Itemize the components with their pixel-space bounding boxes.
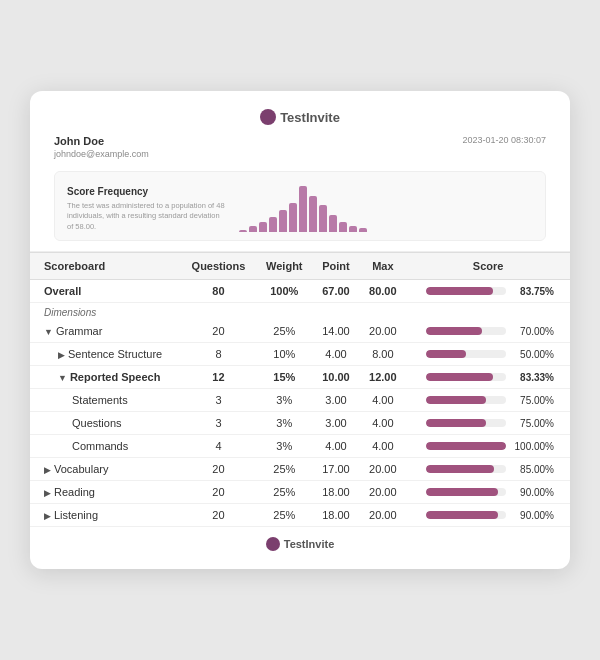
table-row: Overall80100%67.0080.0083.75% (30, 280, 570, 303)
row-point: 17.00 (313, 458, 360, 481)
row-label: Questions (30, 412, 181, 435)
row-questions: 3 (181, 389, 256, 412)
footer-logo-text: TestInvite (284, 538, 335, 550)
row-weight: 100% (256, 280, 312, 303)
expand-right-icon[interactable]: ▶ (44, 511, 51, 521)
chart-bar (329, 182, 337, 232)
chart-bar (249, 182, 257, 232)
table-row: ▶Listening2025%18.0020.0090.00% (30, 504, 570, 527)
row-max: 20.00 (359, 458, 406, 481)
row-score: 90.00% (406, 504, 570, 527)
row-point: 18.00 (313, 481, 360, 504)
score-freq-title: Score Frequency (67, 186, 227, 197)
user-info-row: John Doe johndoe@example.com 2023-01-20 … (54, 135, 546, 159)
row-point: 3.00 (313, 412, 360, 435)
chart-bar (259, 182, 267, 232)
row-score: 50.00% (406, 343, 570, 366)
score-pct-label: 100.00% (512, 441, 554, 452)
card-footer: TestInvite (30, 537, 570, 551)
card-header: TestInvite John Doe johndoe@example.com … (30, 91, 570, 252)
score-frequency-box: Score Frequency The test was administere… (54, 171, 546, 241)
row-label: ▼Reported Speech (30, 366, 181, 389)
row-point: 67.00 (313, 280, 360, 303)
row-label: ▶Vocabulary (30, 458, 181, 481)
col-weight: Weight (256, 253, 312, 280)
row-score: 100.00% (406, 435, 570, 458)
row-max: 20.00 (359, 481, 406, 504)
table-header-row: Scoreboard Questions Weight Point Max Sc… (30, 253, 570, 280)
row-max: 4.00 (359, 389, 406, 412)
table-row: ▶Reading2025%18.0020.0090.00% (30, 481, 570, 504)
row-questions: 20 (181, 458, 256, 481)
table-row: Questions33%3.004.0075.00% (30, 412, 570, 435)
footer-logo-icon (266, 537, 280, 551)
score-freq-left: Score Frequency The test was administere… (67, 186, 227, 233)
row-point: 14.00 (313, 320, 360, 343)
row-max: 20.00 (359, 320, 406, 343)
chart-bar (359, 182, 367, 232)
chart-bar (239, 182, 247, 232)
row-point: 3.00 (313, 389, 360, 412)
row-score: 83.33% (406, 366, 570, 389)
user-details: John Doe johndoe@example.com (54, 135, 149, 159)
row-point: 4.00 (313, 435, 360, 458)
score-pct-label: 83.75% (512, 286, 554, 297)
row-label: Statements (30, 389, 181, 412)
row-weight: 25% (256, 320, 312, 343)
expand-right-icon[interactable]: ▶ (44, 488, 51, 498)
score-pct-label: 90.00% (512, 510, 554, 521)
row-questions: 4 (181, 435, 256, 458)
expand-down-icon[interactable]: ▼ (44, 327, 53, 337)
row-score: 90.00% (406, 481, 570, 504)
row-max: 4.00 (359, 412, 406, 435)
row-questions: 80 (181, 280, 256, 303)
logo: TestInvite (260, 109, 340, 125)
row-label: ▶Sentence Structure (30, 343, 181, 366)
row-score: 70.00% (406, 320, 570, 343)
chart-bar (349, 182, 357, 232)
expand-right-icon[interactable]: ▶ (58, 350, 65, 360)
logo-row: TestInvite (54, 109, 546, 125)
row-max: 80.00 (359, 280, 406, 303)
main-card: TestInvite John Doe johndoe@example.com … (30, 91, 570, 569)
col-point: Point (313, 253, 360, 280)
table-row: Commands43%4.004.00100.00% (30, 435, 570, 458)
row-max: 8.00 (359, 343, 406, 366)
row-max: 12.00 (359, 366, 406, 389)
row-max: 4.00 (359, 435, 406, 458)
user-email: johndoe@example.com (54, 149, 149, 159)
table-row: Statements33%3.004.0075.00% (30, 389, 570, 412)
row-weight: 10% (256, 343, 312, 366)
row-questions: 3 (181, 412, 256, 435)
chart-bar (319, 182, 327, 232)
score-pct-label: 83.33% (512, 372, 554, 383)
user-name: John Doe (54, 135, 149, 147)
score-pct-label: 85.00% (512, 464, 554, 475)
row-label: Overall (30, 280, 181, 303)
row-weight: 3% (256, 412, 312, 435)
table-row: ▼Reported Speech1215%10.0012.0083.33% (30, 366, 570, 389)
col-score: Score (406, 253, 570, 280)
expand-down-icon[interactable]: ▼ (58, 373, 67, 383)
chart-bar (339, 182, 347, 232)
score-freq-chart (239, 182, 533, 232)
score-pct-label: 70.00% (512, 326, 554, 337)
scoreboard-table: Scoreboard Questions Weight Point Max Sc… (30, 252, 570, 527)
table-row: ▼Grammar2025%14.0020.0070.00% (30, 320, 570, 343)
chart-bar (309, 182, 317, 232)
score-freq-desc: The test was administered to a populatio… (67, 201, 227, 233)
row-questions: 8 (181, 343, 256, 366)
row-point: 18.00 (313, 504, 360, 527)
row-weight: 25% (256, 481, 312, 504)
score-pct-label: 90.00% (512, 487, 554, 498)
user-date: 2023-01-20 08:30:07 (462, 135, 546, 145)
row-weight: 3% (256, 389, 312, 412)
table-row: Dimensions (30, 303, 570, 321)
chart-bar (279, 182, 287, 232)
expand-right-icon[interactable]: ▶ (44, 465, 51, 475)
chart-bar (269, 182, 277, 232)
logo-icon (260, 109, 276, 125)
row-score: 85.00% (406, 458, 570, 481)
score-pct-label: 75.00% (512, 395, 554, 406)
row-questions: 12 (181, 366, 256, 389)
